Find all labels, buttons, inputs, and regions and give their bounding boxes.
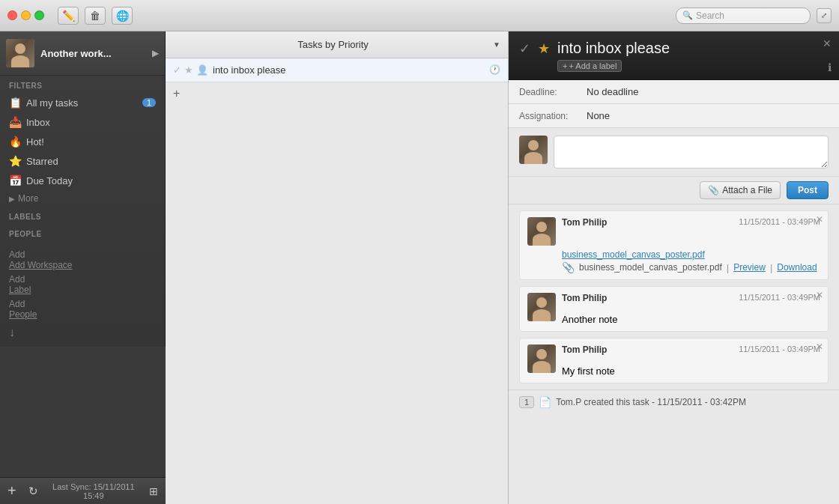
main-container: Another work... ▶ FILTERS 📋 All my tasks… bbox=[0, 31, 839, 504]
detail-close-button[interactable]: ✕ bbox=[823, 37, 832, 49]
attach-file-button[interactable]: 📎 Attach a File bbox=[700, 181, 781, 199]
task-list-title: Tasks by Priority bbox=[173, 39, 493, 50]
task-item[interactable]: ✓ ★ 👤 into inbox please 🕐 bbox=[166, 58, 508, 82]
sidebar-user[interactable]: Another work... ▶ bbox=[0, 31, 165, 76]
expand-button[interactable]: ⤢ bbox=[817, 8, 832, 23]
avatar-image bbox=[6, 39, 34, 67]
more-label: More bbox=[18, 193, 38, 204]
comment-author-1: Tom Philip bbox=[562, 293, 607, 303]
compose-button[interactable]: ✏️ bbox=[58, 7, 79, 25]
sidebar-item-due-today[interactable]: 📅 Due Today bbox=[0, 171, 165, 190]
last-sync-text: Last Sync: 15/11/2011 15:49 bbox=[50, 482, 137, 500]
activity-icon: 📄 bbox=[539, 396, 551, 408]
comment-avatar-2 bbox=[527, 344, 556, 373]
comment-text-2: My first note bbox=[562, 365, 615, 377]
detail-title-area: into inbox please + + Add a label bbox=[557, 39, 829, 72]
attach-label: Attach a File bbox=[722, 185, 772, 195]
hot-label: Hot! bbox=[26, 136, 156, 148]
task-list-panel: Tasks by Priority ▼ ✓ ★ 👤 into inbox ple… bbox=[166, 31, 509, 504]
download-link-0[interactable]: Download bbox=[777, 262, 817, 273]
comment-body-0: business_model_canvas_poster.pdf 📎 busin… bbox=[562, 249, 820, 273]
sidebar-more[interactable]: ▶ More bbox=[0, 190, 165, 207]
add-people-link[interactable]: People bbox=[9, 309, 156, 320]
comment-body-2: My first note bbox=[562, 365, 820, 377]
add-label-link[interactable]: Label bbox=[9, 285, 156, 295]
add-label-button[interactable]: + + Add a label bbox=[557, 60, 622, 72]
globe-button[interactable]: 🌐 bbox=[112, 7, 133, 25]
all-tasks-icon: 📋 bbox=[9, 97, 21, 109]
add-label-plus-icon: + bbox=[563, 61, 567, 70]
comment-author-2: Tom Philip bbox=[562, 344, 607, 355]
task-add-row: + bbox=[166, 82, 508, 105]
task-check-icon[interactable]: ✓ bbox=[173, 64, 181, 76]
avatar bbox=[6, 39, 34, 67]
detail-actions-row: 📎 Attach a File Post bbox=[509, 177, 839, 204]
comment-close-1[interactable]: ✕ bbox=[816, 290, 823, 300]
user-comment-avatar bbox=[519, 136, 548, 164]
comment-time-2: 11/15/2011 - 03:49PM bbox=[739, 344, 820, 353]
minimize-traffic-light[interactable] bbox=[21, 10, 31, 20]
detail-panel: ✓ ★ into inbox please + + Add a label ✕ … bbox=[509, 31, 839, 504]
task-list-header: Tasks by Priority ▼ bbox=[166, 31, 508, 58]
add-button[interactable]: + bbox=[7, 482, 16, 500]
preview-link-0[interactable]: Preview bbox=[733, 262, 766, 273]
detail-title: into inbox please bbox=[557, 39, 829, 57]
toolbar: ✏️ 🗑 🌐 🔍 Search ⤢ bbox=[0, 0, 839, 31]
comment-time-1: 11/15/2011 - 03:49PM bbox=[739, 293, 820, 302]
add-label-row: Add Label bbox=[9, 273, 156, 297]
post-button[interactable]: Post bbox=[787, 181, 829, 199]
down-arrow-icon: ↓ bbox=[9, 326, 156, 339]
deadline-label: Deadline: bbox=[519, 87, 587, 97]
search-box[interactable]: 🔍 Search bbox=[676, 7, 811, 24]
detail-star-icon[interactable]: ★ bbox=[538, 40, 550, 57]
sidebar-item-hot[interactable]: 🔥 Hot! bbox=[0, 132, 165, 151]
inbox-icon: 📥 bbox=[9, 116, 21, 128]
detail-info-icon[interactable]: ℹ bbox=[828, 61, 832, 73]
maximize-traffic-light[interactable] bbox=[34, 10, 44, 20]
sidebar-bottom: Add Add Workspace Add Label Add People ↓ bbox=[0, 241, 165, 347]
user-chevron-icon: ▶ bbox=[152, 48, 159, 58]
sidebar-item-inbox[interactable]: 📥 Inbox bbox=[0, 112, 165, 132]
add-text-workspace: Add bbox=[9, 249, 25, 260]
hot-icon: 🔥 bbox=[9, 136, 21, 148]
detail-check-icon[interactable]: ✓ bbox=[519, 40, 530, 57]
assignation-label: Assignation: bbox=[519, 111, 587, 121]
filters-label: FILTERS bbox=[0, 76, 165, 93]
comment-file-name-0: business_model_canvas_poster.pdf bbox=[579, 262, 722, 273]
sidebar-item-all-tasks[interactable]: 📋 All my tasks 1 bbox=[0, 93, 165, 112]
sidebar-item-starred[interactable]: ⭐ Starred bbox=[0, 151, 165, 171]
comment-text-1: Another note bbox=[562, 314, 617, 325]
activity-row: 1 📄 Tom.P created this task - 11/15/2011… bbox=[509, 389, 839, 414]
comment-close-2[interactable]: ✕ bbox=[816, 341, 823, 352]
close-traffic-light[interactable] bbox=[7, 10, 17, 20]
add-text-people: Add bbox=[9, 299, 25, 309]
grid-button[interactable]: ⊞ bbox=[149, 485, 158, 497]
comment-header-0: Tom Philip 11/15/2011 - 03:49PM bbox=[527, 217, 820, 246]
comment-avatar-img-2 bbox=[527, 344, 556, 373]
comment-close-0[interactable]: ✕ bbox=[816, 214, 823, 225]
sync-button[interactable]: ↻ bbox=[28, 485, 38, 498]
due-today-label: Due Today bbox=[26, 175, 156, 186]
comment-avatar-img bbox=[519, 136, 548, 164]
comment-entry-2: ✕ Tom Philip 11/15/2011 - 03:49PM My fir… bbox=[519, 338, 829, 383]
comment-avatar-1 bbox=[527, 293, 556, 321]
task-star-icon[interactable]: ★ bbox=[184, 64, 193, 76]
comment-sep-1: | bbox=[770, 262, 772, 273]
comment-file-actions-0: 📎 business_model_canvas_poster.pdf | Pre… bbox=[562, 261, 820, 273]
add-workspace-link[interactable]: Add Workspace bbox=[9, 260, 156, 270]
deadline-value: No deadline bbox=[587, 86, 638, 97]
comment-author-0: Tom Philip bbox=[562, 217, 607, 228]
starred-icon: ⭐ bbox=[9, 155, 21, 167]
due-today-icon: 📅 bbox=[9, 174, 21, 186]
assignation-row: Assignation: None bbox=[509, 104, 839, 128]
trash-button[interactable]: 🗑 bbox=[85, 7, 106, 25]
main-panels: Tasks by Priority ▼ ✓ ★ 👤 into inbox ple… bbox=[166, 31, 839, 504]
all-tasks-badge: 1 bbox=[142, 98, 156, 107]
task-list-dropdown-icon[interactable]: ▼ bbox=[493, 40, 500, 49]
comment-input[interactable] bbox=[554, 136, 829, 168]
comment-file-link-0[interactable]: business_model_canvas_poster.pdf bbox=[562, 249, 705, 260]
task-user-icon[interactable]: 👤 bbox=[196, 64, 208, 76]
traffic-lights bbox=[7, 10, 44, 20]
add-task-button[interactable]: + bbox=[173, 87, 180, 100]
task-item-actions: ✓ ★ 👤 bbox=[173, 64, 208, 76]
